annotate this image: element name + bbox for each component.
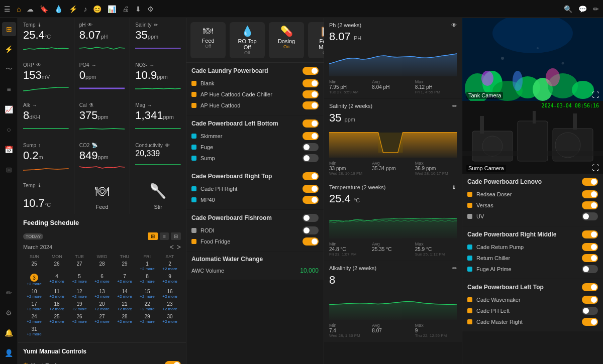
master-right-toggle[interactable] [582,318,598,326]
next-month-btn[interactable]: > [177,243,181,251]
calendar-cell[interactable]: 29+2 more [136,313,158,325]
music-icon[interactable]: ♪ [83,5,87,13]
calendar-cell[interactable]: 11+2 more [46,288,68,300]
calendar-cell[interactable]: 28+2 more [114,313,136,325]
yumi-cooler-toggle[interactable] [165,361,181,364]
home-icon[interactable]: ⌂ [17,5,21,13]
sidebar-dashboard[interactable]: ⊞ [2,22,16,36]
ph-left-toggle[interactable] [582,307,598,315]
calendar-cell[interactable]: 1+2 more [136,260,158,272]
calendar-cell[interactable]: 29 [114,260,136,272]
calendar-cell[interactable]: 24+2 more [23,313,45,325]
blank-toggle[interactable] [303,79,319,87]
water-icon[interactable]: 💧 [54,5,63,13]
lightning-icon[interactable]: ⚡ [69,5,77,13]
printer-icon[interactable]: 🖨 [122,5,129,13]
salinity-edit-icon[interactable]: ✏ [452,103,457,109]
view-tab-month[interactable]: ⊟ [171,232,181,240]
calendar-cell[interactable]: 20+2 more [91,300,113,312]
calendar-cell[interactable]: 2+2 more [159,260,181,272]
feed-action-btn[interactable]: 🍽 Feed Off [190,22,226,58]
sidebar-list[interactable]: ≡ [2,82,16,96]
calendar-cell[interactable]: 8+2 more [136,273,158,287]
settings-icon[interactable]: ⚙ [147,5,154,13]
calendar-cell[interactable]: 10+2 more [23,288,45,300]
calendar-cell[interactable]: 15+2 more [136,288,158,300]
download-icon[interactable]: ⬇ [135,5,141,13]
alkalinity-edit-icon[interactable]: ✏ [452,265,457,272]
chat-icon[interactable]: 💬 [578,5,587,13]
sidebar-lightning[interactable]: ⚡ [2,42,16,56]
calendar-cell[interactable]: 19+2 more [68,300,90,312]
calendar-cell[interactable]: 14+2 more [114,288,136,300]
pb-righttop-toggle[interactable] [303,172,319,180]
chiller-toggle[interactable] [303,90,319,98]
view-tab-list[interactable]: ≡ [160,232,169,240]
ro-topoff-btn[interactable]: 💧 RO Top Off Off [230,22,265,58]
wavemaker-toggle[interactable] [582,296,598,304]
skimmer-toggle[interactable] [303,132,319,140]
calendar-cell[interactable]: 18+2 more [46,300,68,312]
calendar-cell[interactable]: 22+2 more [136,300,158,312]
pb-rightmiddle-toggle[interactable] [582,230,598,238]
calendar-cell[interactable]: 16+2 more [159,288,181,300]
feed-btn[interactable]: 🍽 Feed [74,179,130,214]
calendar-cell[interactable]: 25 [23,260,45,272]
sidebar-chart[interactable]: 📈 [2,102,16,116]
calendar-cell[interactable]: 12+2 more [68,288,90,300]
ph-chart-eye-icon[interactable]: 👁 [451,22,457,28]
calendar-cell[interactable]: 9+2 more [159,273,181,287]
calendar-cell[interactable]: 31+2 more [23,325,45,337]
fuge-toggle[interactable] [303,143,319,151]
calendar-cell[interactable]: 21+2 more [114,300,136,312]
pb-lefttop-toggle[interactable] [582,283,598,291]
cloud-icon[interactable]: ☁ [27,5,34,13]
edit-icon[interactable]: ✏ [593,5,599,13]
uv-toggle[interactable] [582,212,598,220]
calendar-cell[interactable]: 5+2 more [68,273,90,287]
sidebar-grid[interactable]: ⊞ [2,163,16,177]
phright-toggle[interactable] [303,185,319,193]
return-pump-toggle[interactable] [582,243,598,251]
pb-lenovo-toggle[interactable] [582,178,598,186]
stir-btn[interactable]: 🥄 Stir [130,179,186,214]
sidebar-user[interactable]: 👤 [2,346,16,360]
return-chiller-toggle[interactable] [582,254,598,262]
sidebar-calendar[interactable]: 📅 [2,143,16,157]
sidebar-pencil[interactable]: ✏ [2,286,16,300]
sidebar-bell[interactable]: 🔔 [2,326,16,340]
pb-leftbottom-toggle[interactable] [303,119,319,128]
calendar-cell[interactable]: 4+2 more [46,273,68,287]
dosing-btn[interactable]: 💊 Dosing On [269,22,304,58]
search-icon[interactable]: 🔍 [564,5,572,13]
calendar-cell[interactable]: 26+2 more [68,313,90,325]
feed-mode-btn[interactable]: 📋 Feed Mode Off [308,22,324,58]
fuge-ai-toggle[interactable] [582,265,598,273]
bookmark-icon[interactable]: 🔖 [40,5,48,13]
pb-laundry-toggle[interactable] [303,67,319,75]
sump-item-toggle[interactable] [303,154,319,162]
view-tab-grid[interactable]: ⊞ [148,232,158,240]
rodi-toggle[interactable] [303,226,319,234]
calendar-cell[interactable]: 27+2 more [91,313,113,325]
calendar-cell[interactable]: 27 [68,260,90,272]
calendar-cell[interactable]: 25+2 more [46,313,68,325]
redsea-toggle[interactable] [582,190,598,198]
sidebar-wave[interactable]: 〜 [2,62,16,76]
food-fridge-toggle[interactable] [303,237,319,246]
calendar-cell[interactable]: 26 [46,260,68,272]
sump-camera-expand-icon[interactable]: ⛶ [592,164,599,172]
calendar-cell[interactable]: 6+2 more [91,273,113,287]
prev-month-btn[interactable]: < [170,243,174,251]
calendar-cell[interactable]: 3+2 more [23,273,45,287]
calendar-cell[interactable]: 7+2 more [114,273,136,287]
sidebar-gear[interactable]: ⚙ [2,306,16,320]
chart-icon[interactable]: 📊 [108,5,116,13]
menu-icon[interactable]: ☰ [4,5,11,13]
tank-camera-expand-icon[interactable]: ⛶ [592,91,599,99]
mp40-toggle[interactable] [303,196,319,204]
catfood-toggle[interactable] [303,101,319,109]
calendar-cell[interactable]: 13+2 more [91,288,113,300]
pb-fishroom-toggle[interactable] [303,214,319,222]
sidebar-circle[interactable]: ○ [2,123,16,137]
